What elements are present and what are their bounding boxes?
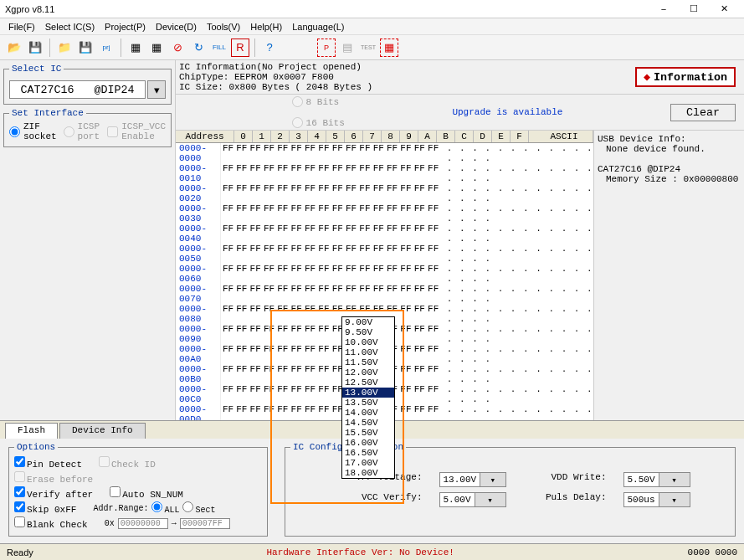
dropdown-item[interactable]: 11.00V	[342, 347, 394, 357]
dropdown-item[interactable]: 15.50V	[342, 428, 394, 438]
erase-icon[interactable]: ↻	[189, 39, 208, 57]
bits-row: 8 Bits 16 Bits Upgrade is available Clea…	[176, 95, 744, 131]
dropdown-item[interactable]: 17.00V	[342, 458, 394, 468]
chip-type-text: ChipType: EEPROM 0x0007 F800	[179, 72, 372, 82]
icsp-radio: ICSP port	[64, 121, 101, 141]
set-interface-fieldset: Set Interface ZIF socket ICSP port ICSP_…	[3, 108, 172, 147]
select-ic-legend: Select IC	[9, 64, 64, 74]
hex-row[interactable]: 0000-0060FFFFFFFFFFFFFFFFFFFFFFFFFFFFFFF…	[176, 264, 593, 284]
puls-label: Puls Delay:	[523, 492, 607, 507]
select-ic-fieldset: Select IC ▾	[3, 64, 172, 105]
16bits-radio: 16 Bits	[292, 117, 345, 128]
dropdown-item[interactable]: 14.50V	[342, 418, 394, 428]
blank-icon[interactable]: ⊘	[168, 39, 187, 57]
puls-select[interactable]: 500us▾	[623, 492, 690, 507]
prj-icon[interactable]: prj	[97, 39, 115, 57]
addr-to-input[interactable]	[180, 518, 230, 529]
usb-device-info: USB Device Info: None device found. CAT2…	[593, 131, 744, 420]
chevron-down-icon[interactable]: ▾	[475, 493, 505, 506]
dropdown-item[interactable]: 16.50V	[342, 448, 394, 458]
status-bar: Ready Hardware Interface Ver: No Device!…	[0, 543, 744, 560]
chevron-down-icon[interactable]: ▾	[659, 493, 690, 506]
maximize-button[interactable]: ☐	[679, 0, 709, 18]
clear-button[interactable]: Clear	[670, 104, 736, 121]
vpp-select[interactable]: 13.00V▾	[439, 472, 506, 487]
save-icon[interactable]: 💾	[26, 39, 44, 57]
addr-from-input[interactable]	[118, 518, 168, 529]
hex-row[interactable]: 0000-0010FFFFFFFFFFFFFFFFFFFFFFFFFFFFFFF…	[176, 163, 593, 183]
set-interface-legend: Set Interface	[9, 108, 86, 118]
menu-help[interactable]: Help(H)	[245, 20, 287, 33]
dropdown-item[interactable]: 12.50V	[342, 378, 394, 388]
fill-icon[interactable]: FILL	[210, 39, 228, 57]
hex-row[interactable]: 0000-0000FFFFFFFFFFFFFFFFFFFFFFFFFFFFFFF…	[176, 143, 593, 163]
center-panel: IC Information(No Project opened) ChipTy…	[176, 60, 744, 420]
ic-size-text: IC Size: 0x800 Bytes ( 2048 Bytes )	[179, 82, 372, 92]
dropdown-item[interactable]: 12.00V	[342, 367, 394, 378]
dropdown-item[interactable]: 10.00V	[342, 337, 394, 347]
menu-file[interactable]: File(F)	[3, 20, 40, 33]
minimize-button[interactable]: −	[649, 0, 679, 18]
menu-tools[interactable]: Tools(V)	[202, 20, 245, 33]
run-icon[interactable]: R	[231, 39, 249, 57]
dropdown-item[interactable]: 13.50V	[342, 398, 394, 408]
ic-info-panel: IC Information(No Project opened) ChipTy…	[176, 60, 744, 95]
close-button[interactable]: ✕	[709, 0, 739, 18]
dropdown-item[interactable]: 14.00V	[342, 408, 394, 418]
left-panel: Select IC ▾ Set Interface ZIF socket ICS…	[0, 60, 176, 420]
vcc-select[interactable]: 5.00V▾	[439, 492, 506, 507]
menu-project[interactable]: Project(P)	[100, 20, 151, 33]
hex-row[interactable]: 0000-0050FFFFFFFFFFFFFFFFFFFFFFFFFFFFFFF…	[176, 244, 593, 264]
blank-check-check[interactable]: Blank Check	[14, 516, 88, 530]
hex-row[interactable]: 0000-0030FFFFFFFFFFFFFFFFFFFFFFFFFFFFFFF…	[176, 203, 593, 223]
window-title: Xgpro v8.11	[5, 4, 54, 14]
dropdown-item[interactable]: 9.00V	[342, 317, 394, 327]
icsp-vcc-check: ICSP_VCC Enable	[107, 121, 166, 141]
chip-verify-icon[interactable]: ▦	[147, 39, 166, 57]
skip-oxff-check[interactable]: Skip 0xFF	[14, 501, 76, 515]
menu-language[interactable]: Language(L)	[287, 20, 349, 33]
tab-device-info[interactable]: Device Info	[59, 423, 146, 439]
usb-line3: Memory Size : 0x00000800	[598, 174, 741, 184]
options-fieldset: Options Pin Detect Check ID Erase before…	[8, 442, 268, 537]
menu-selectic[interactable]: Select IC(S)	[40, 20, 100, 33]
help-icon[interactable]: ?	[260, 39, 279, 57]
dropdown-item[interactable]: 9.50V	[342, 327, 394, 337]
hex-row[interactable]: 0000-0040FFFFFFFFFFFFFFFFFFFFFFFFFFFFFFF…	[176, 223, 593, 244]
vpp-dropdown-list[interactable]: 9.00V9.50V10.00V11.00V11.50V12.00V12.50V…	[341, 316, 395, 479]
open-icon[interactable]: 📂	[5, 39, 23, 57]
sheet-icon[interactable]: ▤	[338, 39, 357, 57]
ic-dropdown-button[interactable]: ▾	[147, 80, 166, 99]
upgrade-link[interactable]: Upgrade is available	[452, 107, 562, 117]
test-icon[interactable]: TEST	[359, 39, 377, 57]
addr-sect-radio[interactable]: Sect	[182, 501, 215, 515]
pin-detect-check[interactable]: Pin Detect	[14, 456, 82, 470]
dropdown-item[interactable]: 16.00V	[342, 438, 394, 448]
menu-device[interactable]: Device(D)	[151, 20, 202, 33]
vcc-label: VCC Verify:	[331, 492, 423, 507]
chevron-down-icon[interactable]: ▾	[480, 473, 505, 486]
program-icon[interactable]: P	[317, 39, 336, 57]
zif-radio[interactable]: ZIF socket	[9, 121, 57, 141]
status-ready: Ready	[7, 547, 33, 557]
hex-row[interactable]: 0000-0070FFFFFFFFFFFFFFFFFFFFFFFFFFFFFFF…	[176, 284, 593, 304]
information-button[interactable]: ◆Information	[635, 67, 736, 87]
verify-after-check[interactable]: Verify after	[14, 486, 93, 500]
addr-all-radio[interactable]: ALL	[151, 501, 179, 515]
status-zeros: 0000 0000	[688, 547, 737, 557]
dropdown-item[interactable]: 18.00V	[342, 468, 394, 478]
tab-flash[interactable]: Flash	[5, 423, 58, 439]
toolbar: 📂 💾 📁 💾 prj ▦ ▦ ⊘ ↻ FILL R ? P ▤ TEST ▦	[0, 35, 744, 60]
chip2-icon[interactable]: ▦	[380, 39, 398, 57]
dropdown-item[interactable]: 11.50V	[342, 357, 394, 367]
prj-save-icon[interactable]: 💾	[76, 39, 95, 57]
dropdown-item[interactable]: 13.00V	[342, 388, 394, 398]
auto-sn-check[interactable]: Auto SN_NUM	[110, 486, 183, 500]
chevron-down-icon[interactable]: ▾	[659, 473, 690, 486]
chip-read-icon[interactable]: ▦	[126, 39, 145, 57]
vdd-select[interactable]: 5.50V▾	[623, 472, 690, 487]
hex-row[interactable]: 0000-0020FFFFFFFFFFFFFFFFFFFFFFFFFFFFFFF…	[176, 183, 593, 203]
ic-name-input[interactable]	[9, 80, 146, 99]
prj-open-icon[interactable]: 📁	[55, 39, 74, 57]
title-bar: Xgpro v8.11 − ☐ ✕	[0, 0, 744, 18]
